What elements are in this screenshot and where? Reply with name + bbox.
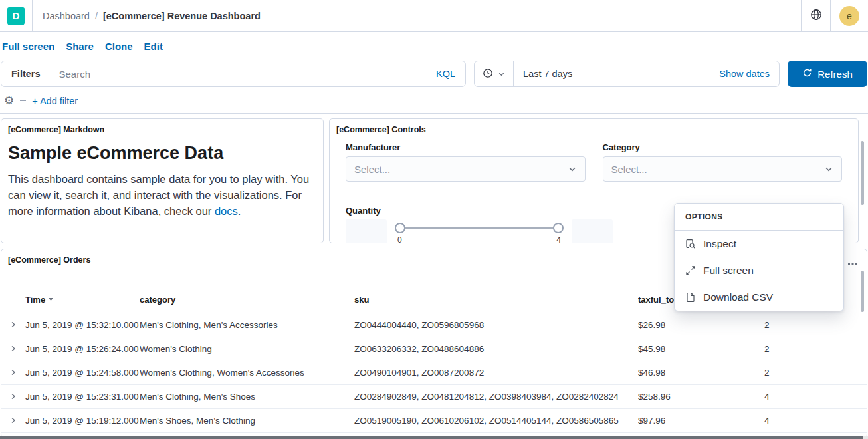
- manufacturer-control: Manufacturer Select...: [346, 142, 586, 182]
- clock-icon: [483, 68, 493, 80]
- time-picker: Last 7 days Show dates: [474, 61, 780, 87]
- time-quick-select-button[interactable]: [475, 61, 514, 86]
- breadcrumb-dashboard[interactable]: Dashboard: [43, 11, 90, 21]
- avatar-letter: e: [847, 11, 852, 21]
- slider-handle-min[interactable]: [395, 223, 405, 233]
- popover-title: OPTIONS: [675, 204, 843, 231]
- cell-category: Men's Clothing, Men's Shoes: [140, 385, 354, 409]
- panel-options-button[interactable]: [845, 255, 860, 269]
- row-expand-button[interactable]: [1, 337, 25, 361]
- panel-title: [eCommerce] Markdown: [1, 119, 323, 134]
- quantity-min-input[interactable]: [346, 220, 387, 243]
- chevron-down-icon: [824, 164, 833, 174]
- breadcrumb: Dashboard / [eCommerce] Revenue Dashboar…: [43, 11, 261, 21]
- row-expand-button[interactable]: [1, 313, 25, 337]
- category-label: Category: [603, 142, 843, 152]
- cell-sku: ZO0633206332, ZO0488604886: [354, 337, 638, 361]
- column-header-category[interactable]: category: [140, 287, 354, 313]
- quantity-range: 0 4: [346, 220, 613, 243]
- cell-sku: ZO0444004440, ZO0596805968: [354, 313, 638, 337]
- cell-time: Jun 5, 2019 @ 15:32:10.000: [25, 313, 140, 337]
- cell-sku: ZO0284902849, ZO0481204812, ZO0398403984…: [354, 385, 638, 409]
- kql-button[interactable]: KQL: [426, 69, 465, 79]
- breadcrumb-separator: /: [95, 11, 98, 21]
- cell-sku: ZO0519005190, ZO0610206102, ZO0514405144…: [354, 409, 638, 433]
- chevron-down-icon: [568, 164, 577, 174]
- filters-button[interactable]: Filters: [1, 61, 51, 86]
- horizontal-scrollbar[interactable]: [0, 436, 863, 439]
- cell-time: Jun 5, 2019 @ 15:19:12.000: [25, 409, 140, 433]
- table-row: Jun 5, 2019 @ 15:23:31.000 Men's Clothin…: [1, 385, 867, 409]
- top-bar: D Dashboard / [eCommerce] Revenue Dashbo…: [0, 0, 868, 32]
- cell-category: Men's Clothing, Men's Accessories: [140, 313, 354, 337]
- search-group: Filters KQL: [1, 61, 466, 87]
- category-select[interactable]: Select...: [603, 156, 843, 182]
- table-row: Jun 5, 2019 @ 15:32:10.000 Men's Clothin…: [1, 313, 867, 337]
- add-filter-link[interactable]: + Add filter: [32, 96, 78, 106]
- menu-edit[interactable]: Edit: [144, 41, 163, 52]
- menu-item-full-screen[interactable]: Full screen: [675, 257, 843, 284]
- cell-sku: ZO0490104901, ZO0087200872: [354, 361, 638, 385]
- menu-item-download-csv[interactable]: Download CSV: [675, 284, 843, 311]
- menu-item-inspect[interactable]: Inspect: [675, 231, 843, 257]
- breadcrumb-current: [eCommerce] Revenue Dashboard: [103, 11, 261, 21]
- column-header-time[interactable]: Time: [25, 287, 140, 313]
- topbar-actions: e: [801, 0, 868, 31]
- manufacturer-label: Manufacturer: [346, 142, 586, 152]
- globe-icon: [810, 9, 822, 23]
- table-row: Jun 5, 2019 @ 15:24:58.000 Women's Cloth…: [1, 361, 867, 385]
- quantity-control: Quantity 0 4: [346, 206, 613, 243]
- show-dates-link[interactable]: Show dates: [710, 69, 779, 79]
- logo-letter: D: [13, 10, 20, 21]
- slider-min-value: 0: [397, 235, 402, 243]
- orders-panel-scrollbar[interactable]: [861, 271, 864, 312]
- cell-quantity: 4: [764, 409, 867, 433]
- column-header-sku[interactable]: sku: [354, 287, 638, 313]
- sort-desc-icon: [48, 294, 54, 304]
- category-control: Category Select...: [603, 142, 843, 182]
- markdown-content: Sample eCommerce Data This dashboard con…: [1, 143, 323, 219]
- slider-handle-max[interactable]: [553, 223, 564, 233]
- help-menu-button[interactable]: [801, 0, 830, 31]
- quantity-slider: 0 4: [395, 220, 564, 243]
- search-input[interactable]: [51, 69, 426, 80]
- menu-full-screen[interactable]: Full screen: [2, 41, 54, 52]
- table-row: Jun 5, 2019 @ 15:19:12.000 Men's Shoes, …: [1, 409, 867, 433]
- manufacturer-select[interactable]: Select...: [346, 156, 586, 182]
- docs-link[interactable]: docs: [215, 205, 238, 217]
- menu-item-label: Full screen: [703, 265, 754, 277]
- cell-category: Women's Clothing, Women's Accessories: [140, 361, 354, 385]
- quantity-max-input[interactable]: [572, 220, 613, 243]
- menu-share[interactable]: Share: [66, 41, 94, 52]
- inspect-icon: [685, 239, 696, 249]
- menu-item-label: Inspect: [703, 238, 736, 250]
- panel-title: [eCommerce] Controls: [330, 119, 858, 134]
- refresh-label: Refresh: [817, 69, 853, 80]
- kibana-logo[interactable]: D: [7, 7, 25, 25]
- cell-quantity: 2: [764, 361, 867, 385]
- topbar-divider: [32, 0, 33, 31]
- row-expand-button[interactable]: [1, 385, 25, 409]
- refresh-icon: [802, 68, 812, 80]
- cell-quantity: 2: [764, 313, 867, 337]
- cell-quantity: 4: [764, 385, 867, 409]
- expander-column-header: [1, 287, 25, 313]
- table-row: Jun 5, 2019 @ 15:26:24.000 Women's Cloth…: [1, 337, 867, 361]
- cell-price: $45.98: [638, 337, 764, 361]
- avatar: e: [839, 6, 859, 26]
- fullscreen-icon: [685, 265, 696, 276]
- cell-price: $97.96: [638, 409, 764, 433]
- user-menu-button[interactable]: e: [830, 0, 868, 31]
- menu-clone[interactable]: Clone: [105, 41, 133, 52]
- refresh-button[interactable]: Refresh: [788, 61, 867, 87]
- menu-item-label: Download CSV: [703, 291, 773, 303]
- category-placeholder: Select...: [611, 164, 647, 175]
- gear-icon[interactable]: ⚙: [4, 95, 14, 106]
- slider-max-value: 4: [556, 235, 561, 243]
- time-range-display[interactable]: Last 7 days: [514, 69, 582, 79]
- markdown-heading: Sample eCommerce Data: [8, 143, 316, 164]
- row-expand-button[interactable]: [1, 361, 25, 385]
- row-expand-button[interactable]: [1, 409, 25, 433]
- markdown-body: This dashboard contains sample data for …: [8, 171, 316, 219]
- controls-panel-scrollbar[interactable]: [861, 141, 864, 205]
